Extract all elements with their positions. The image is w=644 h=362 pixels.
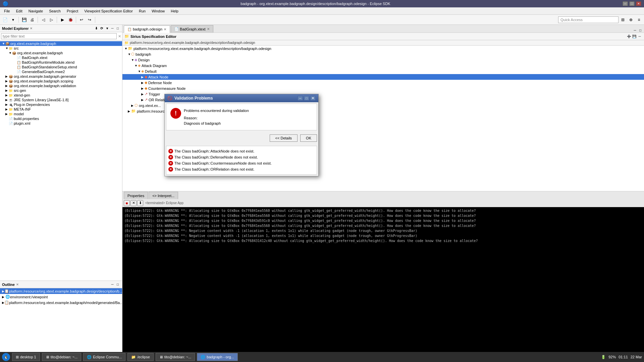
menu-help[interactable]: Help [168, 8, 181, 14]
expand-scope[interactable]: ▶ [5, 79, 9, 83]
minimize-panel-btn[interactable]: ─ [110, 26, 115, 31]
filter-clear-icon[interactable]: ✕ [118, 34, 121, 39]
expand-design[interactable]: ▼ [131, 58, 135, 62]
sirius-attack-diagram[interactable]: ▼ ◈ Attack Diagram [122, 63, 644, 68]
close-odesign-tab[interactable]: ✕ [164, 27, 166, 31]
interpret-tab[interactable]: <> Interpret... [149, 192, 178, 199]
tree-item-scoping[interactable]: ▶ 📦 org.xtext.example.badgraph.scoping [0, 79, 122, 83]
toolbar-persp1[interactable]: ⊞ [619, 16, 627, 23]
expand-default[interactable]: ▼ [138, 70, 141, 73]
menu-run[interactable]: Run [136, 8, 148, 14]
toolbar-persp3[interactable]: ≡ [635, 16, 643, 23]
tree-item-src[interactable]: ▼ 📁 src [0, 46, 122, 51]
toolbar-new[interactable]: 📄 [1, 16, 9, 23]
sirius-save[interactable]: 💾 [632, 34, 637, 39]
menu-project[interactable]: Project [64, 8, 81, 14]
tree-item-mwe[interactable]: ▶ 📄 GenerateBadGraph.mwe2 [0, 69, 122, 74]
tree-item-plugin-xml[interactable]: ▶ 📄 plugin.xml [0, 121, 122, 126]
toolbar-save[interactable]: 💾 [20, 16, 28, 23]
filter-input[interactable] [1, 33, 117, 39]
sirius-default[interactable]: ▼ ◈ Default [122, 68, 644, 74]
tree-item-package[interactable]: ▼ 📦 org.xtext.example.badgraph [0, 51, 122, 55]
taskbar-terminal2[interactable]: 🖥 tito@debian: ~... [156, 353, 195, 361]
toolbar-redo[interactable]: ↪ [86, 16, 93, 23]
menu-window[interactable]: Window [149, 8, 167, 14]
tree-item-plugins[interactable]: ▶ 🔌 Plug-in Dependencies [0, 102, 122, 107]
sirius-add[interactable]: ➕ [627, 34, 631, 39]
expand-org-xtext[interactable]: ▶ [131, 104, 135, 107]
os-logo[interactable]: 🐧 [2, 353, 10, 361]
outline-expand-2[interactable]: ▶ [2, 301, 4, 304]
tree-item-standalone[interactable]: ▶ 📋 BadGraphStandaloneSetup.xtend [0, 65, 122, 69]
menu-search[interactable]: Search [46, 8, 63, 14]
toolbar-debug[interactable]: 🐞 [67, 16, 74, 23]
expand-meta[interactable]: ▶ [5, 108, 9, 111]
maximize-btn[interactable]: □ [629, 1, 635, 6]
properties-tab[interactable]: Properties [124, 192, 148, 199]
expand-xtendgen[interactable]: ▶ [5, 94, 9, 97]
dialog-minimize[interactable]: ─ [298, 96, 303, 101]
toolbar-run[interactable]: ▶ [59, 16, 66, 23]
tab-xtext[interactable]: 📄 BadGraph.xtext ✕ [171, 25, 213, 33]
close-xtext-tab[interactable]: ✕ [207, 27, 210, 31]
minimize-btn[interactable]: ─ [623, 1, 628, 6]
expand-package[interactable]: ▼ [9, 51, 12, 55]
tab-odesign[interactable]: 📋 badgraph.odesign ✕ [124, 25, 170, 33]
tree-item-runtime[interactable]: ▶ 📋 BadGraphRuntimeModule.xtend [0, 60, 122, 65]
console-stop[interactable]: ■ [124, 200, 130, 206]
toolbar-back[interactable]: ◁ [40, 16, 47, 23]
quick-access-box[interactable]: Quick Access [558, 16, 619, 23]
expand-model[interactable]: ▶ [5, 112, 9, 116]
editor-max[interactable]: □ [638, 28, 643, 33]
tree-item-srcgen[interactable]: ▶ 📁 src-gen [0, 88, 122, 93]
expand-counter-node[interactable]: ▶ [141, 87, 145, 90]
toolbar-undo[interactable]: ↩ [78, 16, 85, 23]
collapse-btn[interactable]: ⬇ [94, 26, 99, 31]
toolbar-persp2[interactable]: ⊕ [627, 16, 635, 23]
tree-item-meta[interactable]: ▶ 📁 META-INF [0, 107, 122, 112]
tree-item-xtext[interactable]: ▶ 📄 BadGraph.xtext [0, 55, 122, 60]
expand-platform[interactable]: ▶ [128, 110, 131, 113]
tree-item-model[interactable]: ▶ 📁 model [0, 112, 122, 116]
toolbar-print[interactable]: 🖨 [29, 16, 36, 23]
sirius-attack-node[interactable]: ▶ ◆ Attack Node [122, 74, 644, 80]
taskbar-eclipse-comm[interactable]: 🌐 Eclipse Commu... [83, 353, 125, 361]
menu-navigate[interactable]: Navigate [26, 8, 46, 14]
menu-file[interactable]: File [1, 8, 13, 14]
expand-project[interactable]: ▼ [2, 42, 5, 45]
taskbar-eclipse-main[interactable]: 🌐 badgraph - org... [197, 353, 237, 361]
tree-item-project[interactable]: ▼ 📦 org.xtext.example.badgraph [0, 41, 122, 46]
dialog-maximize[interactable]: □ [304, 96, 309, 101]
console-clear[interactable]: ✕ [130, 200, 137, 206]
expand-valid[interactable]: ▶ [5, 84, 9, 87]
sirius-badgraph[interactable]: ▼ ⬡ badgraph [122, 51, 644, 57]
expand-gen[interactable]: ▶ [5, 75, 9, 78]
menu-edit[interactable]: Edit [13, 8, 25, 14]
outline-item-0[interactable]: ▶ 📋 platform:/resource/org.xtext.example… [0, 288, 122, 294]
editor-min[interactable]: ─ [633, 28, 637, 33]
taskbar-desktop[interactable]: ⊞ desktop 1 [12, 353, 40, 361]
dialog-close[interactable]: ✕ [310, 96, 316, 101]
outline-item-1[interactable]: ▶ 🌐 environment:/viewpoint [0, 294, 122, 300]
outline-item-2[interactable]: ▶ 📋 platform:/resource/org.xtext.example… [0, 300, 122, 305]
sirius-root[interactable]: ▼ 📁 platform:/resource/org.xtext.example… [122, 46, 644, 51]
panel-menu-btn[interactable]: ▾ [105, 26, 109, 31]
sirius-defense-node[interactable]: ▶ ◆ Defense Node [122, 80, 644, 85]
tree-item-build[interactable]: ▶ 📄 build.properties [0, 116, 122, 121]
expand-defense-node[interactable]: ▶ [141, 81, 145, 84]
details-button[interactable]: << Details [270, 134, 298, 142]
taskbar-terminal1[interactable]: 🖥 tito@debian: ~... [42, 353, 82, 361]
toolbar-dropdown1[interactable]: ▾ [9, 16, 17, 23]
expand-attack-diagram[interactable]: ▼ [135, 64, 138, 67]
expand-or-relation[interactable]: ▶ [141, 98, 145, 102]
sirius-design[interactable]: ▼ ◈ Design [122, 57, 644, 63]
outline-minimize[interactable]: ─ [110, 282, 115, 287]
expand-src[interactable]: ▼ [5, 47, 9, 50]
outline-expand-0[interactable]: ▶ [2, 290, 4, 293]
maximize-panel-btn[interactable]: □ [115, 26, 120, 31]
tree-item-validation[interactable]: ▶ 📦 org.xtext.example.badgraph.validatio… [0, 83, 122, 88]
expand-attack-node[interactable]: ▶ [141, 75, 145, 79]
outline-maximize[interactable]: □ [115, 282, 120, 287]
expand-trigger[interactable]: ▶ [141, 93, 145, 96]
expand-badgraph[interactable]: ▼ [128, 53, 131, 56]
